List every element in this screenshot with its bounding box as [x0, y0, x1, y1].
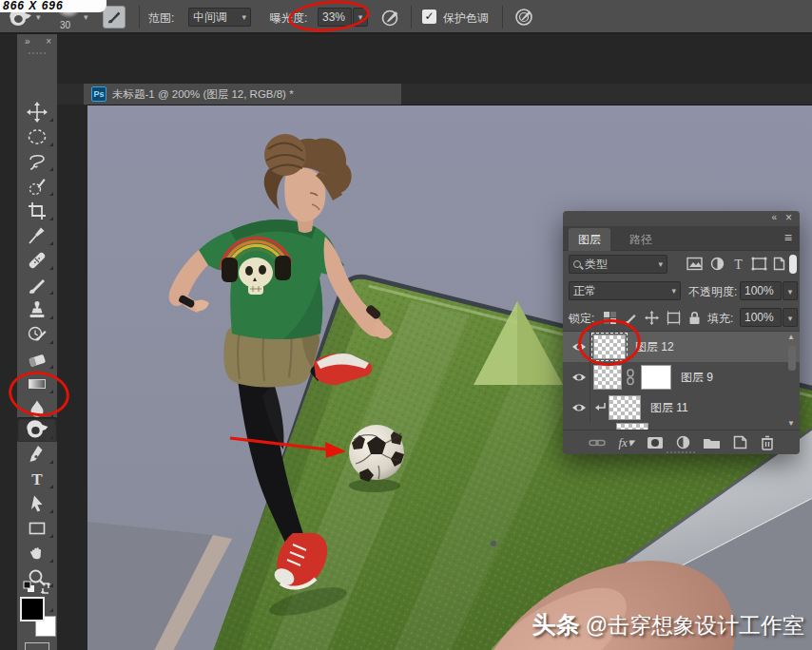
- tool-preset-chevron[interactable]: ▾: [36, 13, 41, 22]
- new-group-icon[interactable]: [703, 436, 721, 449]
- visibility-eye-icon[interactable]: [570, 372, 588, 383]
- link-layers-icon[interactable]: [589, 437, 606, 449]
- brush-icon: [106, 10, 122, 25]
- visibility-eye-icon[interactable]: [570, 402, 588, 413]
- filter-type-dropdown[interactable]: 类型 ▾: [569, 255, 667, 274]
- pen-tool[interactable]: [17, 442, 57, 467]
- scrollbar-thumb[interactable]: [788, 346, 796, 371]
- filter-on-toggle[interactable]: [789, 255, 797, 274]
- opacity-input[interactable]: 100%: [740, 281, 782, 300]
- quick-selection-tool[interactable]: [17, 174, 57, 199]
- default-swap-colors[interactable]: [21, 580, 53, 597]
- layer-thumbnail[interactable]: [593, 365, 622, 390]
- separator: [139, 6, 140, 29]
- path-selection-tool[interactable]: [17, 491, 57, 516]
- expand-panel-icon[interactable]: »: [25, 36, 30, 47]
- fill-dropdown-button[interactable]: ▾: [783, 308, 798, 327]
- filter-adjustment-layers-icon[interactable]: [710, 257, 725, 271]
- history-brush-tool[interactable]: [17, 322, 57, 347]
- type-tool[interactable]: T: [17, 467, 57, 491]
- scrollbar[interactable]: ▲ ▼: [786, 333, 798, 428]
- panel-tabs: 图层 路径 ≡: [563, 226, 800, 251]
- lock-artboard-icon[interactable]: [666, 311, 682, 325]
- fill-label: 填充:: [707, 311, 733, 327]
- brush-tool[interactable]: [17, 273, 57, 297]
- fill-value: 100%: [744, 311, 774, 324]
- separator: [502, 6, 503, 29]
- document-title: 未标题-1 @ 200% (图层 12, RGB/8) *: [112, 87, 294, 102]
- layer-row-partial[interactable]: [563, 423, 800, 430]
- move-tool[interactable]: [17, 100, 57, 124]
- layer-name[interactable]: 图层 12: [635, 339, 674, 355]
- layer-mask-thumbnail[interactable]: [641, 365, 671, 390]
- chevron-down-icon: ▾: [671, 287, 676, 296]
- add-mask-icon[interactable]: [647, 436, 664, 449]
- eyedropper-tool[interactable]: [17, 223, 57, 248]
- tools-panel-header: » ×: [17, 36, 57, 48]
- lock-all-icon[interactable]: [688, 311, 701, 325]
- filter-shape-layers-icon[interactable]: [751, 257, 767, 271]
- filter-pixel-layers-icon[interactable]: [686, 257, 703, 271]
- opacity-dropdown-button[interactable]: ▾: [783, 281, 798, 300]
- chevron-down-icon: ▾: [658, 260, 663, 269]
- burn-tool[interactable]: [17, 417, 57, 442]
- close-icon[interactable]: ×: [785, 211, 792, 224]
- checkmark-icon: ✓: [424, 10, 434, 23]
- blend-mode-value: 正常: [573, 283, 596, 299]
- mask-link-icon[interactable]: [626, 369, 635, 386]
- layer-row-11[interactable]: 图层 11: [563, 392, 800, 423]
- layer-name[interactable]: 图层 9: [681, 370, 713, 386]
- quick-mask-button[interactable]: [25, 642, 49, 650]
- new-layer-icon[interactable]: [733, 435, 747, 449]
- clipping-mask-arrow-icon: [595, 402, 607, 413]
- delete-layer-trash-icon[interactable]: [761, 435, 774, 450]
- close-icon[interactable]: ×: [46, 36, 51, 47]
- tab-paths[interactable]: 路径: [620, 228, 662, 251]
- protect-tones-label: 保护色调: [443, 10, 489, 27]
- panel-resize-grip[interactable]: [667, 451, 695, 453]
- spot-healing-brush-tool[interactable]: [17, 248, 57, 273]
- filter-type-layers-icon[interactable]: T: [732, 257, 744, 271]
- separator: [411, 6, 412, 29]
- document-tab[interactable]: Ps 未标题-1 @ 200% (图层 12, RGB/8) *: [84, 84, 401, 105]
- protect-tones-checkbox[interactable]: ✓: [422, 10, 436, 24]
- brush-panel-toggle-button[interactable]: [103, 6, 126, 29]
- crop-tool[interactable]: [17, 199, 57, 223]
- scroll-up-icon[interactable]: ▲: [787, 333, 795, 341]
- filter-smart-objects-icon[interactable]: [773, 257, 785, 271]
- ps-file-icon: Ps: [91, 86, 106, 102]
- airbrush-toggle-icon[interactable]: [380, 7, 401, 28]
- lock-position-icon[interactable]: [645, 311, 659, 325]
- layer-thumbnail[interactable]: [609, 395, 641, 420]
- brush-picker-chevron[interactable]: ▾: [84, 13, 88, 22]
- soccer-ball: [349, 425, 404, 492]
- rectangle-tool[interactable]: [17, 516, 57, 541]
- lasso-tool[interactable]: [17, 149, 57, 174]
- layers-panel-header: « ×: [563, 211, 800, 226]
- panel-menu-icon[interactable]: ≡: [784, 230, 792, 245]
- chevron-down-icon: ▾: [788, 287, 793, 296]
- divider: [590, 362, 590, 392]
- pressure-size-toggle-icon[interactable]: [513, 7, 534, 28]
- blend-mode-dropdown[interactable]: 正常 ▾: [569, 281, 681, 300]
- tab-layers[interactable]: 图层: [569, 228, 610, 251]
- scroll-down-icon[interactable]: ▼: [787, 419, 795, 428]
- foreground-color-swatch[interactable]: [20, 597, 45, 621]
- hand-tool[interactable]: [17, 541, 57, 565]
- layer-filter-row: 类型 ▾ T: [563, 251, 800, 277]
- clone-stamp-tool[interactable]: [17, 297, 57, 322]
- size-annotation: 866 X 696: [0, 0, 106, 12]
- opacity-label: 不透明度:: [688, 284, 737, 300]
- panel-grip[interactable]: [29, 52, 46, 54]
- layer-row-9[interactable]: 图层 9: [563, 362, 800, 392]
- range-dropdown[interactable]: 中间调 ▾: [188, 8, 251, 27]
- adjustment-layer-icon[interactable]: [676, 435, 690, 449]
- range-value: 中间调: [193, 10, 227, 26]
- collapse-panel-icon[interactable]: «: [771, 212, 775, 222]
- layer-name[interactable]: 图层 11: [650, 400, 688, 416]
- fill-input[interactable]: 100%: [740, 308, 782, 327]
- layer-style-fx-icon[interactable]: fx▾: [619, 435, 634, 450]
- eraser-tool[interactable]: [17, 347, 57, 372]
- elliptical-marquee-tool[interactable]: [17, 124, 57, 149]
- watermark-brand: 头条: [532, 611, 580, 638]
